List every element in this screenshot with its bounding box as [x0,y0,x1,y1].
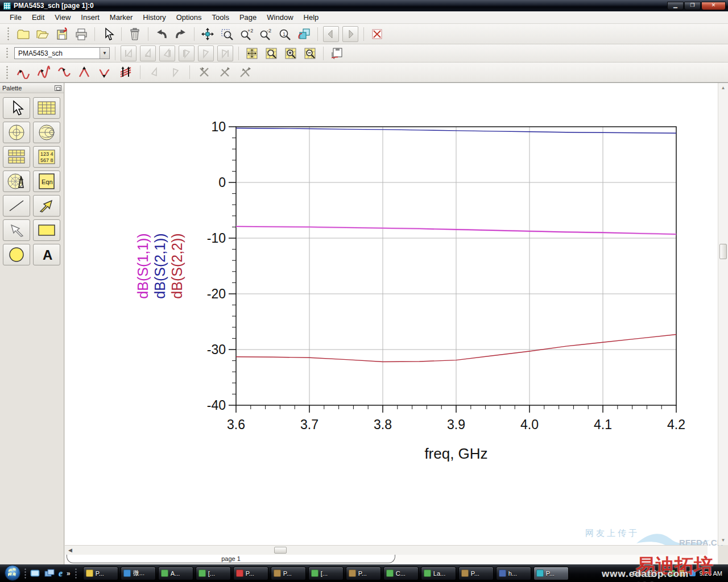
undo-button[interactable] [154,26,169,42]
menu-item[interactable]: Help [299,12,324,23]
toolbar-grip[interactable] [6,65,9,79]
marker-valley-button[interactable] [97,64,113,80]
delete-selection-button[interactable] [369,26,385,42]
marker-next-disabled-button[interactable] [167,64,183,80]
zoom-out-x2-button[interactable]: -2 [258,26,274,42]
taskbar-task[interactable]: A... [158,567,193,580]
menu-item[interactable]: Options [171,12,207,23]
marker-upper-button[interactable] [56,64,72,80]
marker-peak-button[interactable] [77,64,93,80]
palette-item-arrow-outline[interactable] [3,219,30,241]
scroll-left-arrow-icon[interactable]: ◀ [66,546,75,554]
forward-page-button[interactable] [342,26,358,42]
toolbar-grip[interactable] [6,47,9,60]
palette-item-pointer[interactable] [3,97,30,119]
restore-button[interactable]: ❐ [684,2,701,10]
scroll-down-arrow-icon[interactable]: ▼ [719,536,727,544]
view-out-button[interactable] [302,45,318,61]
next-view-button[interactable] [179,45,195,61]
taskbar-task[interactable]: P... [458,567,494,580]
open-button[interactable] [35,26,51,42]
view-in-button[interactable] [283,45,299,61]
page-tab[interactable]: page 1 [67,555,395,563]
tray-expand-chevron-icon[interactable]: ◀ [660,570,665,576]
back-page-button[interactable] [323,26,339,42]
view-area-button[interactable] [263,45,279,61]
palette-item-circle[interactable] [3,244,30,265]
taskbar-task[interactable]: [... [308,567,344,580]
keyboard-icon[interactable] [646,570,656,577]
palette-item-text[interactable]: A [33,244,60,265]
taskbar-task[interactable]: h... [496,567,531,580]
save-hardcopy-button[interactable] [329,45,345,61]
taskbar-task[interactable]: P... [233,567,268,580]
marker-delta-button[interactable] [118,64,134,80]
marker-x2-disabled-button[interactable] [217,64,233,80]
menu-item[interactable]: History [138,12,171,23]
marker-lower-button[interactable] [36,64,52,80]
language-indicator[interactable]: EN [633,570,642,577]
palette-item-equation[interactable]: Eqn [33,171,60,192]
taskbar-task[interactable]: P... [271,567,306,580]
menu-item[interactable]: Page [234,12,262,23]
close-button[interactable]: ✕ [701,2,726,10]
taskbar-task[interactable]: P... [346,567,381,580]
view-all-button[interactable] [244,45,260,61]
show-desktop-icon[interactable] [30,569,40,578]
minimize-button[interactable]: ▁ [667,2,684,10]
marker-x3-disabled-button[interactable] [237,64,253,80]
menu-item[interactable]: File [5,12,27,23]
palette-item-stacked-plot[interactable] [3,146,30,168]
taskbar-task[interactable]: P... [533,567,569,580]
last-page-button[interactable] [217,45,233,61]
select-pointer-button[interactable] [100,26,116,42]
palette-item-smith-chart[interactable] [33,122,60,143]
palette-item-rect-plot[interactable] [33,97,60,119]
zoom-in-x2-button[interactable]: +2 [238,26,254,42]
prev-view-button[interactable] [159,45,175,61]
palette-item-antenna-plot[interactable] [3,171,30,192]
marker-x1-disabled-button[interactable] [196,64,212,80]
move-button[interactable] [200,26,216,42]
marker-prev-disabled-button[interactable] [147,64,163,80]
menu-item[interactable]: Tools [207,12,234,23]
overflow-chevron-icon[interactable]: » [67,569,71,577]
palette-item-rectangle[interactable] [33,219,60,241]
palette-item-arrow[interactable] [33,195,60,217]
tray-icon[interactable] [689,570,696,576]
window-switcher-icon[interactable] [44,569,55,578]
menu-item[interactable]: Window [262,12,298,23]
horizontal-scrollbar[interactable]: ◀ [65,545,708,555]
palette-float-icon[interactable] [55,85,61,91]
tray-icon[interactable] [679,570,685,576]
marker-line-button[interactable] [15,64,31,80]
menu-item[interactable]: Edit [27,12,49,23]
first-page-button[interactable] [121,45,136,61]
print-button[interactable] [73,26,89,42]
taskbar-task[interactable]: La... [421,567,456,580]
internet-explorer-icon[interactable]: e [59,568,63,579]
new-button[interactable] [15,26,31,42]
zoom-area-button[interactable] [219,26,235,42]
vertical-scroll-thumb[interactable] [719,244,727,259]
scroll-up-arrow-icon[interactable]: ▲ [719,84,727,92]
palette-item-list-plot[interactable]: 123 4567 8 [33,146,60,168]
taskbar-task[interactable]: 微... [121,567,156,580]
menu-item[interactable]: View [49,12,76,23]
chevron-down-icon[interactable]: ▼ [100,48,109,59]
zoom-1-1-button[interactable]: 1 [277,26,293,42]
menu-item[interactable]: Insert [76,12,105,23]
delete-button[interactable] [127,26,143,42]
plot-area[interactable]: 3.63.73.83.94.04.14.2100-10-20-30-40dB(S… [65,83,708,547]
swap-view-button[interactable] [296,26,312,42]
taskbar-task[interactable]: [... [196,567,231,580]
horizontal-scroll-thumb[interactable] [274,547,287,554]
clock[interactable]: 9:26 AM [700,570,722,577]
taskbar-task[interactable]: C... [383,567,419,580]
next-page-button[interactable] [198,45,214,61]
tray-icon[interactable] [669,570,675,576]
document-selector[interactable]: PMA5453_sch ▼ [14,47,110,59]
save-button[interactable] [54,26,70,42]
palette-item-polar-plot[interactable] [3,122,30,143]
menu-item[interactable]: Marker [105,12,138,23]
